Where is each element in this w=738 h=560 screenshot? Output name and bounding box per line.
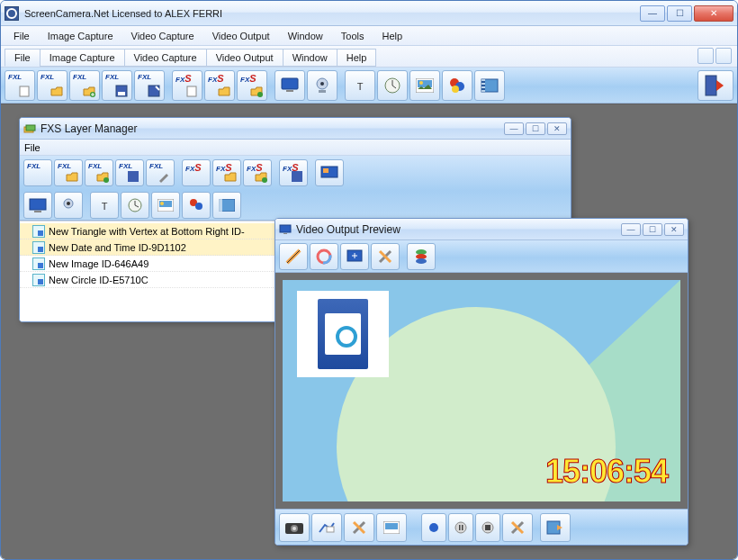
fxl-new-button[interactable]: FXL — [4, 70, 35, 101]
svg-rect-19 — [482, 79, 498, 92]
export-video-button[interactable] — [540, 513, 571, 542]
clock-layer-button[interactable] — [377, 70, 408, 101]
svg-rect-58 — [383, 521, 400, 534]
tab-video-capture[interactable]: Video Capture — [124, 49, 207, 67]
menu-tools[interactable]: Tools — [332, 29, 374, 43]
fxs-tb-fxl-new[interactable]: FXL — [23, 159, 52, 186]
menu-video-capture[interactable]: Video Capture — [122, 29, 203, 43]
menu-window[interactable]: Window — [279, 29, 332, 43]
fxs-tb-webcam[interactable] — [54, 192, 83, 219]
fxs-tb-fxs-new[interactable]: FXS — [182, 159, 211, 186]
svg-point-48 — [318, 250, 330, 263]
preview-tb-color[interactable] — [310, 243, 338, 270]
fxs-add-button[interactable]: FXS — [237, 70, 267, 101]
fxs-minimize-button[interactable]: — — [504, 122, 524, 135]
menu-help[interactable]: Help — [373, 29, 411, 43]
menu-file[interactable]: File — [4, 29, 39, 43]
fxs-menu-file[interactable]: File — [24, 142, 40, 153]
fxs-tb-text[interactable]: T — [90, 192, 119, 219]
svg-rect-66 — [547, 521, 560, 534]
preview-maximize-button[interactable]: ☐ — [643, 223, 662, 236]
fxs-tb-clock[interactable] — [121, 192, 149, 219]
tab-window[interactable]: Window — [283, 49, 338, 67]
fxs-open-button[interactable]: FXS — [204, 70, 235, 101]
fxs-close-button[interactable]: ✕ — [547, 122, 567, 135]
record-button[interactable] — [421, 513, 446, 542]
preview-close-button[interactable]: ✕ — [664, 223, 684, 236]
svg-rect-50 — [347, 250, 362, 261]
fxs-tb-shapes[interactable] — [182, 192, 211, 219]
fxs-tb-image[interactable] — [151, 192, 180, 219]
main-titlebar[interactable]: ScreenCamera.Net Licensed to ALEX FERRI … — [1, 1, 737, 26]
record-settings-button[interactable] — [502, 513, 533, 542]
tab-file[interactable]: File — [4, 49, 40, 67]
svg-point-49 — [318, 250, 330, 263]
menu-image-capture[interactable]: Image Capture — [39, 29, 122, 43]
fxs-tb-fxl-add[interactable]: FXL — [85, 159, 113, 186]
fxs-tb-video[interactable] — [212, 192, 241, 219]
video-layer-button[interactable] — [474, 70, 505, 101]
preview-top-toolbar — [275, 240, 688, 273]
maximize-button[interactable]: ☐ — [667, 5, 692, 22]
fxs-tb-fxl-save[interactable]: FXL — [115, 159, 144, 186]
fxs-tb-fxs-open[interactable]: FXS — [212, 159, 241, 186]
svg-rect-20 — [482, 79, 485, 92]
fxs-tb-screen[interactable] — [23, 192, 52, 219]
app-main-window: ScreenCamera.Net Licensed to ALEX FERRI … — [0, 0, 738, 560]
settings-button[interactable] — [344, 513, 374, 542]
preview-tb-ruler[interactable] — [279, 243, 308, 270]
preview-titlebar[interactable]: Video Output Preview — ☐ ✕ — [275, 219, 688, 240]
close-button[interactable]: ✕ — [694, 5, 734, 22]
svg-point-1 — [90, 92, 95, 97]
fxs-tb-preview[interactable] — [315, 159, 344, 186]
exit-button[interactable] — [698, 70, 734, 101]
fxs-maximize-button[interactable]: ☐ — [526, 122, 545, 135]
ribbon-opt2-button[interactable] — [716, 48, 732, 64]
preview-minimize-button[interactable]: — — [621, 223, 641, 236]
tab-help[interactable]: Help — [337, 49, 377, 67]
fxs-tb-fxs-save[interactable]: FXS — [279, 159, 308, 186]
ribbon-opt1-button[interactable] — [698, 48, 714, 64]
fxl-save-button[interactable]: FXL — [102, 70, 132, 101]
svg-point-64 — [482, 522, 493, 533]
svg-point-17 — [455, 82, 464, 91]
layers-icon — [23, 122, 36, 135]
preview-tb-db[interactable] — [407, 243, 436, 270]
main-menubar: File Image Capture Video Capture Video O… — [1, 26, 737, 46]
preview-tb-settings[interactable] — [371, 243, 400, 270]
pause-button[interactable] — [448, 513, 473, 542]
fxs-tb-fxl-open[interactable]: FXL — [54, 159, 83, 186]
layer-icon — [32, 257, 45, 270]
image-save-button[interactable] — [376, 513, 407, 542]
snapshot-button[interactable] — [279, 513, 310, 542]
svg-rect-47 — [284, 233, 287, 234]
layer-icon — [32, 225, 45, 238]
fxl-saveas-button[interactable]: FXL — [134, 70, 165, 101]
fxs-tb-fxl-edit[interactable]: FXL — [146, 159, 175, 186]
svg-rect-2 — [116, 86, 127, 96]
image-layer-button[interactable] — [410, 70, 440, 101]
preview-tb-fit[interactable] — [340, 243, 369, 270]
email-button[interactable] — [311, 513, 342, 542]
screen-source-button[interactable] — [274, 70, 305, 101]
fxs-new-button[interactable]: FXS — [172, 70, 202, 101]
minimize-button[interactable]: — — [640, 5, 665, 22]
svg-rect-26 — [26, 125, 35, 131]
fxl-folder-add-button[interactable]: FXL — [69, 70, 100, 101]
video-preview-window[interactable]: Video Output Preview — ☐ ✕ — [274, 218, 688, 546]
main-toolbar: FXL FXL FXL FXL FXL FXS FXS FXS T — [1, 68, 737, 104]
svg-point-6 — [257, 92, 263, 97]
webcam-source-button[interactable] — [307, 70, 338, 101]
fxs-titlebar[interactable]: FXS Layer Manager — ☐ ✕ — [20, 118, 571, 140]
fxl-open-folder-button[interactable]: FXL — [37, 70, 68, 101]
tab-video-output[interactable]: Video Output — [206, 49, 284, 67]
stop-button[interactable] — [475, 513, 500, 542]
menu-video-output[interactable]: Video Output — [203, 29, 279, 43]
fxs-tb-fxs-add[interactable]: FXS — [243, 159, 272, 186]
text-layer-button[interactable]: T — [345, 70, 375, 101]
shapes-layer-button[interactable] — [442, 70, 472, 101]
preview-image-layer — [297, 291, 389, 377]
tab-image-capture[interactable]: Image Capture — [40, 49, 125, 67]
mdi-workspace: FXS Layer Manager — ☐ ✕ File FXL FXL FXL… — [1, 104, 737, 559]
fxs-menubar: File — [20, 140, 571, 156]
